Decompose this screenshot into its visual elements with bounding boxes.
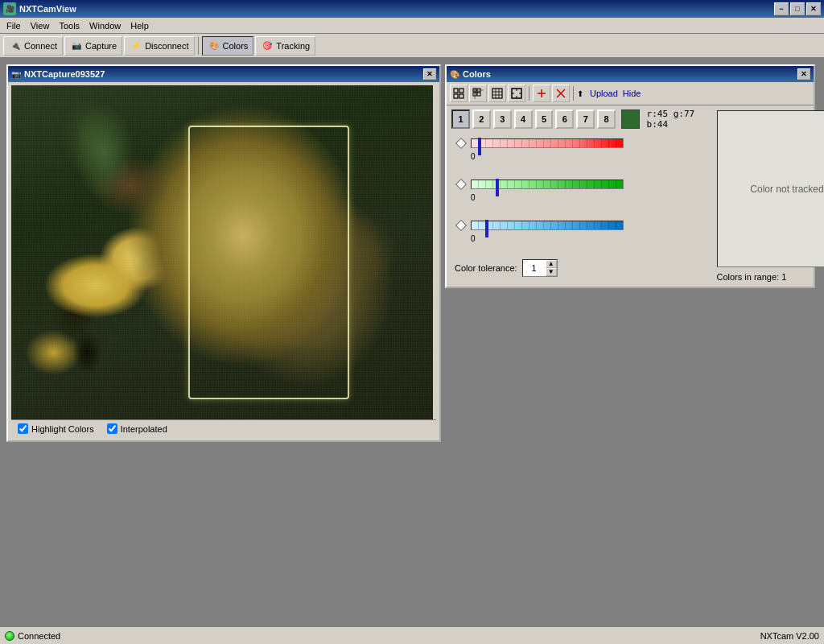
colors-panel-title: Colors bbox=[463, 69, 491, 79]
color-slot-7[interactable]: 7 bbox=[576, 109, 595, 129]
color-slot-4[interactable]: 4 bbox=[514, 109, 533, 129]
red-slider-container[interactable] bbox=[471, 136, 624, 151]
capture-close-button[interactable]: ✕ bbox=[423, 68, 436, 80]
tracking-icon: 🎯 bbox=[261, 39, 274, 52]
green-slider-track bbox=[471, 180, 624, 189]
cross-tool-1[interactable] bbox=[533, 85, 550, 102]
color-slot-3[interactable]: 3 bbox=[493, 109, 512, 129]
green-slider-diamond bbox=[455, 178, 468, 191]
green-zero-label: 0 bbox=[455, 193, 702, 202]
red-slider-thumb[interactable] bbox=[478, 138, 481, 155]
upload-icon: ⬆ bbox=[577, 89, 583, 98]
app-close-button[interactable]: ✕ bbox=[806, 2, 821, 15]
hide-link[interactable]: Hide bbox=[623, 89, 641, 98]
menu-bar: File View Tools Window Help bbox=[0, 18, 824, 34]
cross-tool-2[interactable] bbox=[552, 85, 570, 102]
menu-help[interactable]: Help bbox=[126, 20, 154, 31]
tolerance-spin: ▲ ▼ bbox=[546, 260, 557, 276]
colors-panel: 🎨 Colors ✕ ⬆ bbox=[445, 64, 815, 288]
interpolated-checkbox[interactable] bbox=[107, 423, 117, 434]
blue-zero-label: 0 bbox=[455, 234, 702, 243]
frame-tool[interactable] bbox=[508, 85, 525, 102]
highlight-checkbox-item[interactable]: Highlight Colors bbox=[18, 423, 94, 434]
capture-window-title-bar[interactable]: 📷 NXTCapture093527 ✕ bbox=[8, 66, 439, 82]
minimize-button[interactable]: − bbox=[774, 2, 789, 15]
interpolated-checkbox-item[interactable]: Interpolated bbox=[107, 423, 167, 434]
red-slider-group: 0 bbox=[455, 136, 702, 161]
svg-rect-10 bbox=[492, 89, 502, 98]
colors-button[interactable]: 🎨 Colors bbox=[202, 36, 254, 56]
tolerance-decrement[interactable]: ▼ bbox=[546, 268, 557, 276]
color-slot-8[interactable]: 8 bbox=[597, 109, 616, 129]
color-slot-1[interactable]: 1 bbox=[451, 109, 470, 129]
capture-window: 📷 NXTCapture093527 ✕ Highlight Colors bbox=[6, 64, 441, 442]
colors-left-panel: 1 2 3 4 5 6 7 8 r:45 g:77 b:44 bbox=[447, 105, 711, 287]
connection-status: Connected bbox=[18, 631, 60, 641]
green-slider-container[interactable] bbox=[471, 177, 624, 192]
rgb-label: r:45 g:77 b:44 bbox=[647, 109, 706, 130]
red-track-ticks bbox=[472, 139, 623, 147]
svg-rect-2 bbox=[454, 94, 458, 98]
colors-toolbar-sep-2 bbox=[573, 86, 574, 101]
svg-rect-0 bbox=[454, 89, 458, 93]
menu-window[interactable]: Window bbox=[84, 20, 126, 31]
tolerance-input-wrap[interactable]: ▲ ▼ bbox=[522, 259, 558, 277]
blue-track-ticks bbox=[472, 221, 623, 229]
preview-text: Color not tracked bbox=[750, 184, 823, 195]
colors-panel-title-bar[interactable]: 🎨 Colors ✕ bbox=[447, 66, 814, 82]
disconnect-button[interactable]: ⚡ Disconnect bbox=[124, 36, 194, 56]
capture-bottom: Highlight Colors Interpolated bbox=[11, 419, 436, 437]
svg-rect-1 bbox=[459, 89, 464, 93]
red-slider-row bbox=[455, 136, 702, 151]
menu-view[interactable]: View bbox=[26, 20, 55, 31]
sliders-area: 0 bbox=[447, 133, 711, 253]
workspace: 📷 NXTCapture093527 ✕ Highlight Colors bbox=[0, 58, 824, 626]
highlight-region bbox=[188, 126, 349, 399]
upload-link[interactable]: Upload bbox=[590, 89, 618, 98]
blue-slider-row bbox=[455, 218, 702, 233]
interpolated-label: Interpolated bbox=[121, 424, 167, 434]
color-slot-5[interactable]: 5 bbox=[535, 109, 554, 129]
blue-slider-container[interactable] bbox=[471, 218, 624, 233]
app-title-bar: 🎥 NXTCamView − □ ✕ bbox=[0, 0, 824, 18]
blue-slider-diamond bbox=[455, 219, 468, 232]
camera-view bbox=[11, 85, 433, 419]
svg-rect-7 bbox=[477, 93, 480, 96]
colors-panel-body: 1 2 3 4 5 6 7 8 r:45 g:77 b:44 bbox=[447, 105, 814, 287]
disconnect-icon: ⚡ bbox=[130, 39, 142, 52]
connect-icon: 🔌 bbox=[9, 39, 22, 52]
main-toolbar: 🔌 Connect 📷 Capture ⚡ Disconnect 🎨 Color… bbox=[0, 34, 824, 58]
app-icon: 🎥 bbox=[3, 2, 16, 15]
capture-button[interactable]: 📷 Capture bbox=[64, 36, 122, 56]
grid-tool-3[interactable] bbox=[488, 85, 506, 102]
colors-close-button[interactable]: ✕ bbox=[797, 68, 810, 80]
maximize-button[interactable]: □ bbox=[790, 2, 805, 15]
toolbar-sep-1 bbox=[198, 37, 199, 55]
capture-window-title: NXTCapture093527 bbox=[24, 69, 105, 79]
connect-button[interactable]: 🔌 Connect bbox=[3, 36, 63, 56]
highlight-colors-label: Highlight Colors bbox=[31, 424, 94, 434]
green-slider-row bbox=[455, 177, 702, 192]
color-swatch bbox=[621, 109, 639, 129]
color-slot-6[interactable]: 6 bbox=[555, 109, 574, 129]
green-slider-group: 0 bbox=[455, 177, 702, 202]
grid-tool-2[interactable] bbox=[469, 85, 487, 102]
colors-right-panel: Color not tracked Colors in range: 1 bbox=[711, 105, 825, 287]
grid-tool-1[interactable] bbox=[450, 85, 468, 102]
highlight-colors-checkbox[interactable] bbox=[18, 423, 28, 434]
menu-file[interactable]: File bbox=[2, 20, 26, 31]
tolerance-input[interactable] bbox=[523, 260, 546, 276]
tolerance-label: Color tolerance: bbox=[455, 263, 517, 273]
tracking-button[interactable]: 🎯 Tracking bbox=[255, 36, 315, 56]
tolerance-row: Color tolerance: ▲ ▼ bbox=[447, 256, 711, 280]
green-slider-thumb[interactable] bbox=[496, 179, 499, 196]
status-bar: Connected NXTcam V2.00 bbox=[0, 626, 824, 644]
red-zero-label: 0 bbox=[455, 152, 702, 161]
color-slot-2[interactable]: 2 bbox=[472, 109, 491, 129]
preview-box: Color not tracked bbox=[717, 110, 825, 267]
blue-slider-thumb[interactable] bbox=[485, 220, 488, 237]
tolerance-increment[interactable]: ▲ bbox=[546, 260, 557, 268]
menu-tools[interactable]: Tools bbox=[54, 20, 84, 31]
red-slider-diamond bbox=[455, 137, 468, 150]
app-version: NXTcam V2.00 bbox=[760, 631, 819, 641]
